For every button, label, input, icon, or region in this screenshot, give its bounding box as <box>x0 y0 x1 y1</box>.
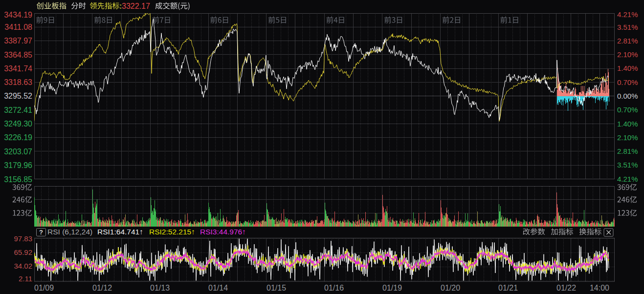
svg-text:3434.19: 3434.19 <box>4 11 32 19</box>
svg-text:3203.07: 3203.07 <box>4 147 32 156</box>
svg-text:4.21%: 4.21% <box>617 10 638 19</box>
svg-text:01/19: 01/19 <box>382 284 402 292</box>
svg-text:1.40%: 1.40% <box>617 64 638 72</box>
svg-text:34.02: 34.02 <box>14 262 32 270</box>
svg-text:3364.85: 3364.85 <box>4 51 32 59</box>
svg-text:01/15: 01/15 <box>266 284 286 292</box>
svg-text:3411.08: 3411.08 <box>4 23 32 31</box>
svg-text:97.83: 97.83 <box>14 234 32 243</box>
svg-text:3318.63: 3318.63 <box>4 78 32 86</box>
svg-text:01/16: 01/16 <box>324 284 344 292</box>
svg-text:RSI3:44.976↑: RSI3:44.976↑ <box>200 228 246 236</box>
svg-text:3295.52: 3295.52 <box>4 92 32 100</box>
svg-text:3249.30: 3249.30 <box>4 120 32 128</box>
svg-text:RSI2:52.215↑: RSI2:52.215↑ <box>149 228 195 236</box>
svg-text:01/09: 01/09 <box>34 284 54 292</box>
svg-text:3.51%: 3.51% <box>617 161 638 169</box>
svg-text:01/13: 01/13 <box>150 284 170 292</box>
svg-text:01/14: 01/14 <box>208 284 228 292</box>
svg-text:0.70%: 0.70% <box>617 105 638 114</box>
svg-text:3272.41: 3272.41 <box>4 106 32 114</box>
svg-text:14:00: 14:00 <box>590 284 609 292</box>
svg-text:2.11: 2.11 <box>19 274 32 283</box>
svg-text:3179.96: 3179.96 <box>4 161 32 169</box>
svg-text:3226.19: 3226.19 <box>4 133 32 142</box>
svg-text:0.70%: 0.70% <box>617 78 638 86</box>
svg-text:RSI (6,12,24): RSI (6,12,24) <box>47 228 92 236</box>
svg-text:3387.97: 3387.97 <box>4 37 32 45</box>
svg-text:2.10%: 2.10% <box>617 133 638 142</box>
svg-text:3.51%: 3.51% <box>617 23 638 31</box>
svg-text:01/20: 01/20 <box>441 284 460 292</box>
svg-text:2.81%: 2.81% <box>617 37 638 45</box>
svg-text:0.00%: 0.00% <box>617 92 638 100</box>
svg-text:3322.17: 3322.17 <box>122 2 150 10</box>
svg-text:3156.85: 3156.85 <box>4 175 32 184</box>
svg-text:2.81%: 2.81% <box>617 147 638 155</box>
svg-text:3341.74: 3341.74 <box>4 64 32 73</box>
svg-text:65.92: 65.92 <box>14 248 32 256</box>
svg-text:2.10%: 2.10% <box>617 50 638 59</box>
svg-text:RSI1:64.741↑: RSI1:64.741↑ <box>97 228 143 236</box>
svg-text:01/12: 01/12 <box>92 284 112 292</box>
svg-text:?: ? <box>39 229 43 236</box>
svg-text:1.40%: 1.40% <box>617 120 638 128</box>
svg-text:01/22: 01/22 <box>556 284 576 292</box>
svg-text:01/21: 01/21 <box>498 284 518 292</box>
svg-text:4.21%: 4.21% <box>617 175 638 183</box>
